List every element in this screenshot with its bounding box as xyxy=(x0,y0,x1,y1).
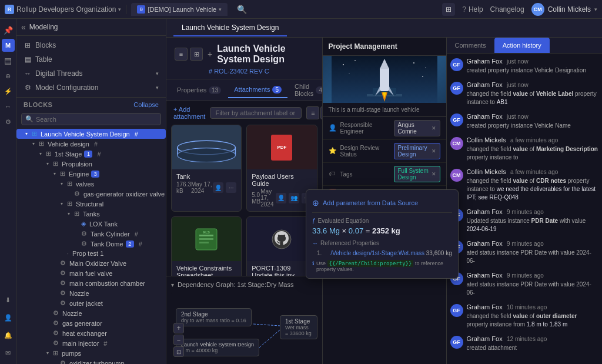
design-review-chip[interactable]: Preliminary Design ✕ xyxy=(394,143,440,159)
tree-item-structural[interactable]: ▾ ⊞ Structural xyxy=(16,199,166,209)
tree-item-root[interactable]: ▾ ⊞ Launch Vehicle System Design # xyxy=(16,129,166,139)
tree-item-valves[interactable]: ▾ ⊞ valves xyxy=(16,179,166,189)
avatar-gf: GF xyxy=(450,336,463,349)
ref-item[interactable]: /Vehicle design/1st-Stage:Wet.mass xyxy=(330,250,424,256)
rail-table-icon[interactable]: ▤ xyxy=(2,54,15,67)
tab-properties[interactable]: Properties 13 xyxy=(171,83,227,98)
avatar-gf: GF xyxy=(450,304,463,317)
sidebar-nav: ⊞ Blocks ▤ Table ↔ Digital Threads ▾ ⚙ M… xyxy=(16,36,166,98)
rail-search-icon[interactable]: ⊕ xyxy=(2,69,15,82)
search-icon[interactable]: 🔍 xyxy=(237,5,247,14)
add-param-button[interactable]: ⊕ Add parameter from Data Source xyxy=(312,196,452,213)
tree-item-main-injector[interactable]: ▾ ⚙ main injector # xyxy=(16,338,166,348)
fit-view-button[interactable]: ⊡ xyxy=(173,346,184,357)
tree-item-engine[interactable]: ▾ ⊞ Engine 3 xyxy=(16,169,166,179)
sidebar-section-header: Blocks Collapse xyxy=(16,98,166,111)
tree-item-tanks[interactable]: ▾ ⊞ Tanks xyxy=(16,209,166,219)
attachment-actions: 👤 ··· xyxy=(213,182,236,193)
dependency-graph: ▾ Dependency Graph: 1st Stage:Dry Mass xyxy=(166,276,322,364)
tab-action-history[interactable]: Action history xyxy=(494,38,550,53)
tree-item-vehicle-design[interactable]: ▾ ⊞ Vehicle design # xyxy=(16,139,166,149)
avatar-cm: CM xyxy=(450,137,463,150)
tree-item-prop-test[interactable]: ▾ · Prop test 1 xyxy=(16,249,166,258)
dep-graph-canvas: 2nd Stage dry to wet mass ratio = 0.16 1… xyxy=(171,292,317,359)
sidebar-item-model-config[interactable]: ⚙ Model Configuration ▾ xyxy=(16,81,166,95)
help-button[interactable]: ? Help xyxy=(462,5,483,14)
zoom-in-button[interactable]: + xyxy=(173,323,184,333)
org-selector[interactable]: R Rollup Developers Organization ▾ xyxy=(5,5,121,14)
tree-item-nozzle[interactable]: ▾ ⚙ Nozzle xyxy=(16,288,166,298)
zoom-out-button[interactable]: − xyxy=(173,335,184,345)
remove-engineer-icon[interactable]: ✕ xyxy=(432,125,436,131)
list-view-button[interactable]: ≡ xyxy=(306,106,319,119)
apps-icon[interactable]: ⊞ xyxy=(442,3,455,16)
activity-content: Collin Mickels a few minutes ago changed… xyxy=(467,168,599,202)
more-att-button[interactable]: ··· xyxy=(226,182,236,193)
rail-filter-icon[interactable]: ⚡ xyxy=(2,85,15,98)
grid-view-button[interactable]: ⊞ xyxy=(320,106,322,119)
activity-content: Graham Fox 9 minutes ago ated status ins… xyxy=(467,271,599,297)
block-list-icon[interactable]: ≡ xyxy=(175,48,188,61)
rail-pin-icon[interactable]: 📌 xyxy=(2,24,15,36)
rail-user-icon[interactable]: 👤 xyxy=(2,311,15,324)
rail-download-icon[interactable]: ⬇ xyxy=(2,293,15,306)
attachment-spreadsheet: XLS Vehicle Constraints Spreadsheet May … xyxy=(171,216,242,276)
project-description: This is a multi-stage launch vehicle xyxy=(323,103,446,117)
tags-chip[interactable]: Full System Design ✕ xyxy=(394,166,440,182)
activity-content: Graham Fox just now created property ins… xyxy=(467,57,599,75)
remove-design-icon[interactable]: ✕ xyxy=(432,148,436,154)
attachment-filter-input[interactable] xyxy=(210,107,302,119)
tree-item-gas-gen2[interactable]: ▾ ⚙ gas generator xyxy=(16,318,166,328)
sidebar-item-blocks[interactable]: ⊞ Blocks xyxy=(16,38,166,52)
tree-item-mcc[interactable]: ▾ ⚙ main combustion chamber xyxy=(16,278,166,288)
tree-item-lox-tank[interactable]: ▾ ◈ LOX Tank xyxy=(16,219,166,229)
tag-icon: 🏷 xyxy=(329,170,337,178)
block-ref[interactable]: # ROL-23402 REV C xyxy=(209,68,269,75)
tanks-icon: ⊞ xyxy=(74,210,79,218)
tree-item-1st-stage[interactable]: ▾ ⊞ 1st Stage 1 # xyxy=(16,149,166,159)
sidebar-item-digital-threads[interactable]: ↔ Digital Threads ▾ xyxy=(16,66,166,81)
sidebar-item-table[interactable]: ▤ Table xyxy=(16,52,166,66)
tree-item-main-fuel[interactable]: ▾ ⚙ main fuel valve xyxy=(16,268,166,278)
tree-item-ox-pump[interactable]: ▾ ⚙ oxidizer turbopump xyxy=(16,358,166,364)
block-grid-icon[interactable]: ⊞ xyxy=(190,48,203,61)
formula-icon: ƒ xyxy=(312,218,316,224)
changelog-button[interactable]: Changelog xyxy=(490,5,524,14)
launch-vehicle-tab[interactable]: Launch Vehicle System Design xyxy=(173,20,287,36)
sidebar-search[interactable]: 🔍 xyxy=(21,113,161,125)
collapse-button[interactable]: Collapse xyxy=(133,101,159,108)
rail-mail-icon[interactable]: ✉ xyxy=(2,346,15,359)
rail-settings-icon[interactable]: ⚙ xyxy=(2,115,15,128)
tab-attachments[interactable]: Attachments 5 xyxy=(228,82,287,98)
tree-item-outer-jacket[interactable]: ▾ ⚙ outer jacket xyxy=(16,298,166,308)
tree-item-pumps[interactable]: ▾ ⊞ pumps xyxy=(16,348,166,358)
activity-content: Collin Mickels a few minutes ago changed… xyxy=(467,136,599,162)
threads-icon: ↔ xyxy=(24,69,32,78)
remove-tag-icon[interactable]: ✕ xyxy=(432,171,436,177)
dep-graph-header[interactable]: ▾ Dependency Graph: 1st Stage:Dry Mass xyxy=(171,281,317,288)
tree-item-gas-gen[interactable]: ▾ ⚙ gas-generator oxidizer valve xyxy=(16,189,166,199)
tree-item-propulsion[interactable]: ▾ ⊞ Propulsion xyxy=(16,159,166,169)
user-menu[interactable]: CM Collin Mickels ▾ xyxy=(531,3,597,16)
tab-comments[interactable]: Comments xyxy=(447,38,494,53)
tree-item-nozzle2[interactable]: ▾ ⚙ Nozzle xyxy=(16,308,166,318)
activity-item: GF Graham Fox just now changed the field… xyxy=(450,81,599,106)
search-input[interactable] xyxy=(36,116,157,123)
tab-chevron-icon: ▾ xyxy=(219,6,222,12)
tab-child-blocks[interactable]: Child Blocks 4 xyxy=(289,79,323,101)
rail-model-icon[interactable]: M xyxy=(2,39,15,52)
content-tab-bar: Launch Vehicle System Design xyxy=(166,19,602,38)
tree-item-heat-ex[interactable]: ▾ ⚙ heat exchanger xyxy=(16,328,166,338)
sidebar-collapse-icon[interactable]: « xyxy=(21,22,26,32)
info-icon: ℹ xyxy=(312,261,314,266)
rail-notify-icon[interactable]: 🔔 xyxy=(2,329,15,342)
equation-popup: ⊕ Add parameter from Data Source ƒ Evalu… xyxy=(306,189,459,279)
engineer-chip[interactable]: Angus Comrie ✕ xyxy=(394,120,440,136)
add-attachment-button[interactable]: + Add attachment xyxy=(173,106,205,120)
tree-item-tank-dome[interactable]: ▾ ⚙ Tank Dome 2 # xyxy=(16,239,166,249)
rail-connect-icon[interactable]: ↔ xyxy=(2,100,15,113)
tree-item-main-ox[interactable]: ▾ ⚙ Main Oxidizer Valve xyxy=(16,258,166,268)
demo-tab[interactable]: B [DEMO] Launch Vehicle ▾ xyxy=(131,3,228,16)
tree-item-tank-cylinder[interactable]: ▾ ⚙ Tank Cylinder # xyxy=(16,229,166,239)
attachment-preview: XLS xyxy=(172,217,241,261)
